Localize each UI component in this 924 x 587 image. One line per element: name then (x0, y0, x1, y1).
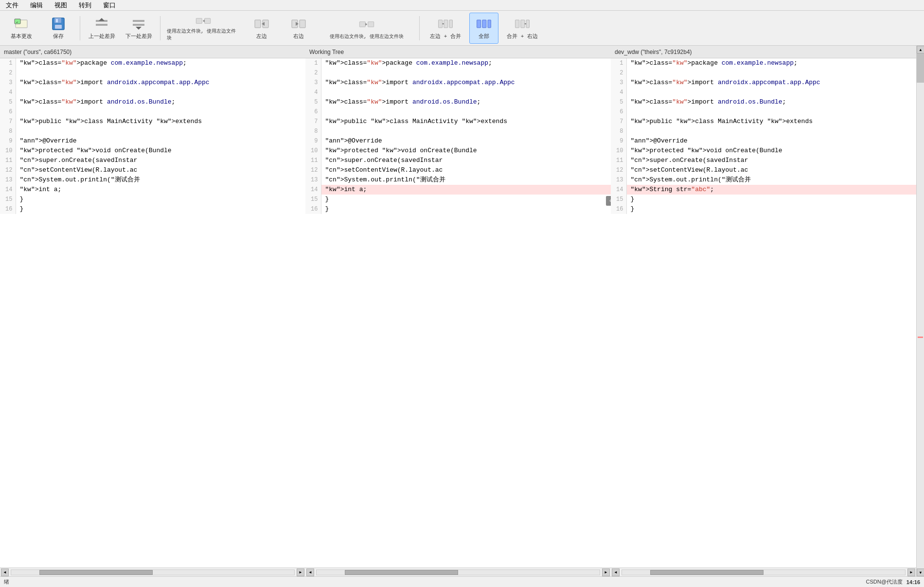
merge-plus-right-button[interactable]: 合并 + 右边 (500, 13, 544, 44)
line-number: 7 (611, 117, 626, 126)
table-row: 12 "cn">setContentView(R.layout.ac (611, 165, 916, 175)
line-content: "kw">public "kw">class MainActivity "kw"… (16, 117, 305, 126)
right-panel-content[interactable]: 1"kw">class="kw">package com.example.new… (611, 58, 916, 568)
merge-arrow-right[interactable]: « (606, 196, 611, 206)
svg-rect-34 (526, 20, 529, 28)
right-button[interactable]: 右边 (281, 13, 316, 44)
table-row: 9 "ann">@Override (611, 136, 916, 146)
middle-scroll-thumb[interactable] (345, 570, 458, 575)
table-row: 4 (611, 88, 916, 97)
left-scrollbar[interactable]: ◀ ▶ (0, 568, 305, 576)
svg-rect-31 (488, 20, 491, 28)
middle-scrollbar[interactable]: ◀ ▶ (305, 568, 611, 576)
menu-view[interactable]: 视图 (53, 0, 69, 11)
line-number: 6 (0, 107, 16, 117)
svg-rect-10 (133, 20, 144, 22)
status-branding: CSDN@代法度 (866, 578, 903, 586)
left-code-lines: 1"kw">class="kw">package com.example.new… (0, 58, 305, 214)
all-button[interactable]: 全部 (469, 13, 498, 44)
left-scroll-left[interactable]: ◀ (1, 569, 9, 576)
minimap-scroll-down[interactable]: ▼ (917, 569, 924, 576)
line-content: "kw">class="kw">import androidx.appcompa… (16, 78, 305, 88)
next-diff-button[interactable]: 下一处差异 (121, 13, 156, 44)
minimap-thumb[interactable] (917, 53, 924, 83)
middle-scroll-left[interactable]: ◀ (306, 569, 314, 576)
line-content: "cn">super.onCreate(savedInstar (626, 156, 916, 165)
table-row: 6 (0, 107, 305, 117)
middle-code-editor[interactable]: 1"kw">class="kw">package com.example.new… (305, 58, 611, 568)
line-number: 5 (0, 97, 16, 107)
svg-marker-15 (203, 19, 205, 22)
right-scroll-left[interactable]: ◀ (612, 569, 620, 576)
left-panel-content[interactable]: 1"kw">class="kw">package com.example.new… (0, 58, 305, 568)
table-row: 10 "kw">protected "kw">void onCreate(Bun… (0, 146, 305, 156)
menu-window[interactable]: 窗口 (101, 0, 118, 11)
separator-2 (160, 16, 160, 40)
svg-rect-5 (55, 25, 62, 29)
left-scroll-thumb[interactable] (39, 570, 153, 575)
table-row: 5"kw">class="kw">import android.os.Bundl… (611, 97, 916, 107)
right-panel-header: dev_wdw ("theirs", 7c9192b4) (611, 46, 916, 58)
table-row: 10 "kw">protected "kw">void onCreate(Bun… (305, 146, 611, 156)
svg-rect-16 (255, 20, 261, 28)
line-number: 13 (305, 175, 321, 185)
line-number: 1 (611, 58, 626, 68)
right-scroll-thumb[interactable] (650, 570, 764, 575)
middle-panel: Working Tree 1"kw">class="kw">package co… (305, 46, 611, 576)
line-content: "cn">setContentView(R.layout.ac (16, 165, 305, 175)
menu-edit[interactable]: 编辑 (28, 0, 45, 11)
table-row: 4 (305, 88, 611, 97)
table-row: 7"kw">public "kw">class MainActivity "kw… (611, 117, 916, 126)
left-scroll-track[interactable] (11, 569, 295, 575)
table-row: 14 "kw">int a; (0, 185, 305, 195)
right-scroll-track[interactable] (622, 569, 906, 575)
line-number: 7 (305, 117, 321, 126)
right-scrollbar[interactable]: ◀ ▶ (611, 568, 916, 576)
table-row: 11 "cn">super.onCreate(savedInstar (305, 156, 611, 165)
middle-panel-content[interactable]: 1"kw">class="kw">package com.example.new… (305, 58, 611, 568)
line-number: 4 (611, 88, 626, 97)
save-button[interactable]: 保存 (41, 13, 76, 44)
use-right-file-button[interactable]: 使用右边文件块, 使用左边文件块 (318, 13, 415, 44)
right-scroll-right[interactable]: ▶ (907, 569, 915, 576)
line-number: 5 (305, 97, 321, 107)
left-plus-merge-button[interactable]: 左边 + 合并 (424, 13, 467, 44)
line-content: "cn">setContentView(R.layout.ac (626, 165, 916, 175)
left-scroll-right[interactable]: ▶ (297, 569, 304, 576)
left-button[interactable]: 左边 (244, 13, 279, 44)
svg-rect-20 (300, 20, 305, 28)
line-number: 1 (305, 58, 321, 68)
use-left-file-label: 使用左边文件块, 使用左边文件块 (167, 28, 240, 41)
left-code-editor[interactable]: 1"kw">class="kw">package com.example.new… (0, 58, 305, 568)
use-left-file-button[interactable]: 使用左边文件块, 使用左边文件块 (164, 13, 242, 44)
revert-button[interactable]: ↩ 基本更改 (4, 13, 39, 44)
line-number: 3 (0, 78, 16, 88)
line-content: "kw">class="kw">import android.os.Bundle… (16, 97, 305, 107)
line-number: 7 (0, 117, 16, 126)
minimap-track[interactable] (917, 53, 924, 569)
table-row: 8 (0, 126, 305, 136)
use-right-file-label: 使用右边文件块, 使用左边文件块 (330, 33, 404, 40)
menu-goto[interactable]: 转到 (77, 0, 93, 11)
line-content (16, 107, 305, 117)
line-number: 1 (0, 58, 16, 68)
line-number: 3 (305, 78, 321, 88)
minimap-scroll-up[interactable]: ▲ (917, 46, 924, 53)
prev-diff-button[interactable]: 上一处差异 (84, 13, 119, 44)
line-content: "kw">protected "kw">void onCreate(Bundle (16, 146, 305, 156)
save-label: 保存 (53, 33, 64, 40)
middle-scroll-track[interactable] (316, 569, 600, 575)
line-content (626, 107, 916, 117)
right-code-lines: 1"kw">class="kw">package com.example.new… (611, 58, 916, 214)
middle-scroll-right[interactable]: ▶ (602, 569, 610, 576)
right-code-editor[interactable]: 1"kw">class="kw">package com.example.new… (611, 58, 916, 568)
table-row: 5"kw">class="kw">import android.os.Bundl… (0, 97, 305, 107)
table-row: 4 (0, 88, 305, 97)
line-content: "kw">int a; (321, 185, 611, 195)
line-content (321, 68, 611, 78)
menu-file[interactable]: 文件 (4, 0, 20, 11)
line-number: 14 (611, 185, 626, 195)
line-number: 13 (611, 175, 626, 185)
line-content (321, 126, 611, 136)
separator-3 (419, 16, 420, 40)
